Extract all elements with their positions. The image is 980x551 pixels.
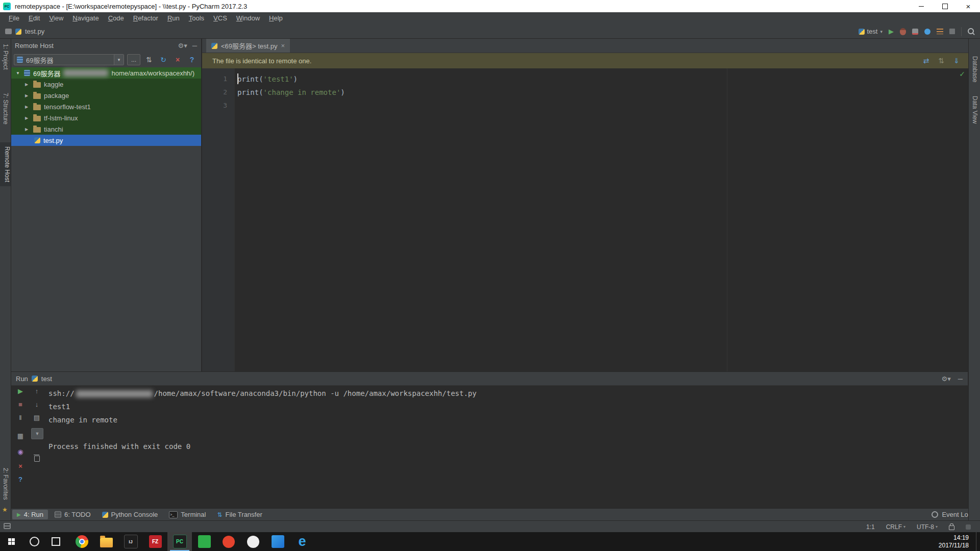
up-stack-trace-button[interactable]: ↑ [31,386,42,396]
hide-panel-icon[interactable]: ─ [958,375,963,383]
toolwindow-button-python-console[interactable]: Python Console [97,510,163,519]
code-line-2[interactable]: print('change in remote') [235,86,959,99]
soft-wrap-button[interactable]: ▤ [31,412,42,422]
menu-edit[interactable]: Edit [24,12,44,24]
task-view-button[interactable] [45,532,66,551]
caret-position[interactable]: 1:1 [866,523,875,531]
expand-arrow-icon[interactable]: ▶ [25,93,30,98]
taskbar-app-green-tile[interactable] [192,532,216,551]
rerun-button[interactable]: ▶ [15,386,26,396]
tab-close-icon[interactable]: × [281,42,285,49]
expand-arrow-icon[interactable]: ▶ [25,82,30,87]
hide-panel-icon[interactable]: ─ [192,42,197,49]
tab-data-view[interactable]: Data View [971,96,978,123]
tree-folder-tensorflow-test1[interactable]: ▶tensorflow-test1 [11,101,201,112]
taskbar-app-chrome[interactable] [69,532,94,551]
tab-remote-host[interactable]: Remote Host [0,142,11,186]
menu-window[interactable]: Window [232,12,264,24]
code-area[interactable]: print('test1')print('change in remote') [235,72,959,112]
cortana-button[interactable] [23,532,45,551]
refresh-icon[interactable]: ↻ [158,56,169,64]
tab-favorites[interactable]: 2: Favorites [2,468,9,500]
run-list-button[interactable] [937,29,943,34]
expand-arrow-icon[interactable]: ▶ [25,105,30,109]
profile-button[interactable] [924,29,930,35]
run-config-selector[interactable]: test ▾ [859,28,883,35]
code-line-3[interactable] [235,99,959,112]
server-combobox[interactable]: 69服务器 ▾ [14,54,124,65]
menu-vcs[interactable]: VCS [209,12,232,24]
menu-code[interactable]: Code [104,12,129,24]
tree-folder-package[interactable]: ▶package [11,90,201,101]
code-line-1[interactable]: print('test1') [235,72,959,86]
taskbar-app-light-circle[interactable] [241,532,265,551]
line-number[interactable]: 1 [202,72,234,86]
tree-folder-kaggle[interactable]: ▶kaggle [11,79,201,90]
browse-servers-button[interactable]: ... [127,54,140,65]
encoding-widget[interactable]: UTF-8 ▾ [917,523,938,531]
tab-database[interactable]: Database [971,56,978,82]
taskbar-app-red-circle[interactable] [216,532,241,551]
debug-button[interactable] [900,28,906,35]
tool-window-switcher-icon[interactable] [4,523,11,529]
menu-file[interactable]: File [4,12,24,24]
toolwindow-button-file-transfer[interactable]: File Transfer [212,510,266,519]
editor-body[interactable]: 123 print('test1')print('change in remot… [202,68,969,371]
tree-folder-tianchi[interactable]: ▶tianchi [11,123,201,135]
toolwindow-button-6-todo[interactable]: 6: TODO [50,510,95,519]
collapse-arrow-icon[interactable]: ▼ [16,71,21,76]
download-icon[interactable]: ⇓ [953,57,960,65]
tree-folder-tf-lstm-linux[interactable]: ▶tf-lstm-linux [11,112,201,123]
toolwindow-button-terminal[interactable]: Terminal [164,510,210,519]
menu-run[interactable]: Run [163,12,184,24]
sync-compare-icon[interactable]: ⇄ [923,57,929,65]
clear-console-button[interactable] [31,453,42,463]
coverage-button[interactable] [912,29,918,35]
toolwindow-button-4-run[interactable]: 4: Run [12,510,48,519]
run-button[interactable]: ▶ [889,28,894,35]
menu-help[interactable]: Help [264,12,287,24]
down-stack-trace-button[interactable]: ↓ [31,399,42,409]
pause-output-button[interactable]: ‖ [15,412,26,422]
gear-icon[interactable]: ⚙▾ [178,42,187,49]
lock-icon[interactable] [949,525,954,530]
help-icon[interactable]: ? [186,56,198,64]
sync-arrows-icon[interactable]: ⇅ [143,56,155,64]
menu-refactor[interactable]: Refactor [129,12,163,24]
help-button[interactable]: ? [15,474,26,484]
tab-project[interactable]: 1: Project [2,44,9,70]
gear-icon[interactable]: ⚙▾ [942,375,951,383]
tree-root-server[interactable]: ▼ 69服务器 home/amax/workspacexhh/) [11,67,201,79]
close-console-button[interactable]: × [15,461,26,471]
editor-tab[interactable]: <69服务器> test.py × [206,39,290,53]
show-desktop-button[interactable] [976,532,980,551]
expand-arrow-icon[interactable]: ▶ [25,116,30,120]
pin-tab-button[interactable]: ◉ [15,446,26,457]
taskbar-app-blue-tile[interactable] [265,532,290,551]
combobox-arrow-icon[interactable]: ▾ [114,55,124,65]
breadcrumb-file[interactable]: test.py [25,28,44,35]
maximize-button[interactable] [933,0,957,12]
taskbar-app-filezilla[interactable]: FZ [143,532,167,551]
menu-tools[interactable]: Tools [184,12,209,24]
line-number[interactable]: 2 [202,86,234,99]
start-button[interactable] [0,532,23,551]
search-everywhere-button[interactable] [968,28,975,35]
tree-file-selected[interactable]: test.py [11,135,201,146]
menu-navigate[interactable]: Navigate [68,12,103,24]
taskbar-clock[interactable]: 14:19 2017/11/18 [939,534,976,549]
expand-arrow-icon[interactable]: ▶ [25,127,30,132]
taskbar-app-pycharm[interactable]: PC [167,532,192,551]
menu-view[interactable]: View [44,12,68,24]
line-number[interactable]: 3 [202,99,234,112]
tab-structure[interactable]: 7: Structure [2,93,9,124]
inspection-ok-icon[interactable]: ✓ [959,70,965,78]
disconnect-icon[interactable]: × [172,56,183,64]
close-button[interactable]: × [957,0,980,12]
minimize-button[interactable] [910,0,933,12]
taskbar-app-edge[interactable]: e [290,532,314,551]
line-separator-widget[interactable]: CRLF ▾ [886,523,905,531]
restore-layout-button[interactable]: ▦ [15,431,26,441]
scroll-to-end-button[interactable]: ▼ [31,428,43,439]
diff-icon[interactable]: ⇅ [939,57,945,65]
